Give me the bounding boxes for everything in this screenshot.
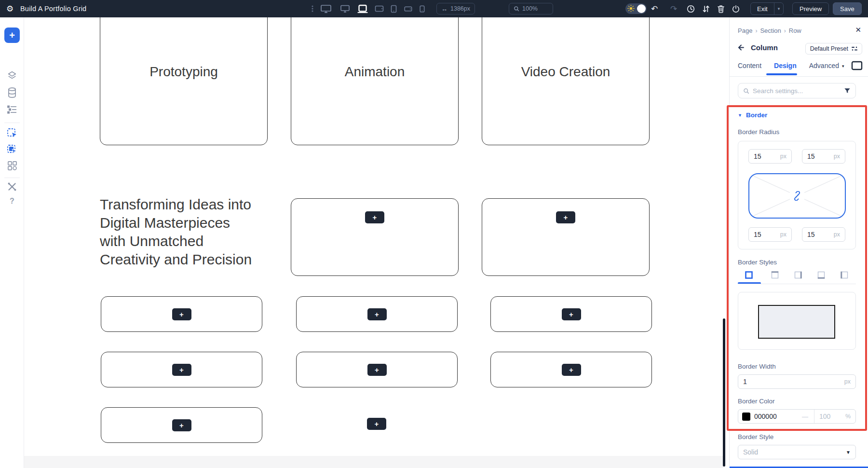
portfolio-card-video-creation[interactable]: Video Creation — [482, 17, 650, 145]
radius-top-right-input[interactable]: 15px — [802, 149, 845, 164]
save-button[interactable]: Save — [833, 2, 862, 15]
settings-search[interactable] — [738, 83, 856, 98]
square-top-icon — [771, 271, 779, 279]
sidebar-layers-button[interactable] — [0, 69, 24, 81]
tab-content[interactable]: Content — [738, 62, 761, 69]
empty-card[interactable]: + — [101, 352, 262, 387]
sidebar-tree-button[interactable] — [0, 104, 24, 115]
responsive-frame-icon[interactable] — [851, 61, 863, 72]
add-widget-button[interactable]: + — [562, 364, 581, 376]
sidebar-help-button[interactable]: ? — [0, 197, 24, 206]
exit-button[interactable]: Exit — [751, 3, 774, 14]
history-button[interactable] — [687, 0, 695, 17]
theme-toggle[interactable] — [625, 3, 647, 14]
canvas-zoom-input[interactable]: 100% — [509, 3, 553, 14]
section-heading[interactable]: Transforming Ideas into Digital Masterpi… — [100, 195, 273, 269]
radius-bottom-right-input[interactable]: 15px — [802, 227, 845, 242]
add-widget-button[interactable]: + — [367, 364, 387, 376]
border-left-side-tab[interactable] — [840, 270, 849, 280]
breadcrumb[interactable]: Page › Section › Row — [738, 27, 801, 34]
publish-button[interactable] — [732, 0, 740, 17]
breakpoint-phone-landscape-icon[interactable] — [400, 0, 416, 17]
canvas-scrollbar[interactable] — [723, 318, 725, 467]
chevron-right-icon: › — [755, 28, 757, 34]
breakpoint-desktop-large-icon[interactable] — [316, 0, 336, 17]
redo-button[interactable]: ↷ — [670, 0, 677, 17]
default-preset-button[interactable]: Default Preset — [805, 43, 862, 55]
border-right-side-tab[interactable] — [793, 270, 803, 280]
plus-icon: + — [179, 421, 184, 429]
zoom-magnifier-icon — [514, 6, 519, 12]
empty-card[interactable]: + — [490, 296, 652, 332]
border-bottom-side-tab[interactable] — [816, 270, 826, 280]
sun-icon — [627, 5, 635, 14]
empty-card[interactable]: + — [482, 198, 650, 276]
tab-advanced[interactable]: Advanced — [809, 62, 839, 69]
sidebar-widgets-button[interactable] — [0, 160, 24, 171]
add-widget-button[interactable]: + — [367, 308, 387, 320]
portfolio-card-prototyping[interactable]: Prototyping — [100, 17, 268, 145]
breakpoint-desktop-icon[interactable] — [336, 0, 354, 17]
border-width-input[interactable]: 1 px — [738, 374, 856, 389]
exit-split-button[interactable]: Exit ▾ — [750, 2, 784, 15]
breadcrumb-page[interactable]: Page — [738, 27, 752, 34]
back-arrow-icon[interactable] — [738, 44, 746, 51]
color-swatch[interactable] — [742, 413, 750, 421]
color-opacity-field[interactable]: 100 % — [814, 410, 855, 423]
breakpoint-phone-portrait-icon[interactable] — [416, 0, 428, 17]
tab-overflow-caret-icon[interactable]: ▾ — [842, 64, 844, 69]
radius-top-left-input[interactable]: 15px — [748, 149, 792, 164]
sidebar-data-button[interactable] — [0, 87, 24, 98]
sidebar-tools-button[interactable] — [0, 181, 24, 192]
delete-button[interactable] — [717, 0, 725, 17]
add-element-button[interactable]: + — [4, 28, 20, 43]
border-all-sides-tab[interactable] — [744, 270, 754, 280]
breadcrumb-row[interactable]: Row — [789, 27, 801, 34]
border-top-side-tab[interactable] — [770, 270, 780, 280]
sidebar-select-filled-mode-button[interactable] — [0, 144, 24, 155]
empty-card[interactable]: + — [101, 296, 262, 332]
border-radius-label: Border Radius — [738, 128, 779, 136]
select-cursor-filled-icon — [6, 144, 18, 155]
radius-bottom-left-input[interactable]: 15px — [748, 227, 792, 242]
portfolio-card-animation[interactable]: Animation — [291, 17, 459, 145]
breakpoint-tablet-portrait-icon[interactable] — [387, 0, 400, 17]
add-widget-button[interactable]: + — [556, 211, 575, 223]
color-value-field[interactable]: 000000 — — [738, 410, 814, 423]
add-widget-button[interactable]: + — [172, 308, 191, 320]
exit-caret-icon[interactable]: ▾ — [774, 3, 784, 14]
add-widget-button[interactable]: + — [172, 419, 191, 431]
structure-button[interactable] — [702, 0, 710, 17]
breakpoint-laptop-icon-active[interactable] — [354, 0, 371, 17]
filter-funnel-icon[interactable] — [844, 88, 851, 94]
breakpoint-tablet-landscape-icon[interactable] — [371, 0, 387, 17]
empty-card[interactable]: + — [490, 352, 652, 387]
empty-card[interactable]: + — [101, 407, 262, 443]
sidebar-select-mode-button[interactable] — [0, 127, 24, 139]
top-toolbar: ⚙ Build A Portfolio Grid — [0, 0, 868, 17]
empty-card[interactable]: + — [296, 296, 458, 332]
collapse-caret-icon: ▼ — [738, 113, 742, 118]
add-widget-button[interactable]: + — [172, 364, 191, 376]
add-widget-button[interactable]: + — [365, 211, 384, 223]
canvas-width-input[interactable]: ↔ 1386px — [436, 3, 475, 14]
add-widget-button[interactable]: + — [367, 418, 386, 430]
tab-design[interactable]: Design — [774, 62, 797, 69]
search-input[interactable] — [753, 87, 841, 95]
drag-dots-icon[interactable] — [309, 0, 316, 17]
sort-arrows-icon — [702, 5, 710, 13]
border-section-header[interactable]: ▼ Border — [738, 111, 767, 119]
toggle-knob — [637, 4, 646, 13]
border-style-dropdown[interactable]: Solid ▼ — [738, 445, 856, 459]
preview-button[interactable]: Preview — [792, 2, 829, 15]
close-panel-button[interactable]: ✕ — [855, 26, 861, 34]
redo-icon: ↷ — [670, 4, 677, 14]
trash-icon — [717, 5, 725, 13]
empty-card[interactable]: + — [296, 352, 458, 387]
empty-card[interactable]: + — [291, 198, 459, 276]
undo-button[interactable]: ↶ — [651, 0, 658, 17]
add-widget-button[interactable]: + — [562, 308, 581, 320]
settings-button[interactable]: ⚙ — [6, 0, 14, 17]
link-radius-button[interactable] — [790, 189, 804, 203]
breadcrumb-section[interactable]: Section — [760, 27, 781, 34]
